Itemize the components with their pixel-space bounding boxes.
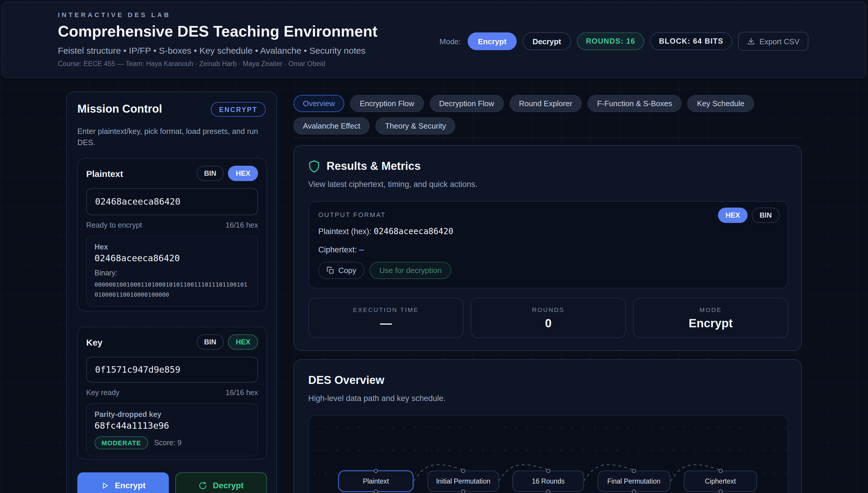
node-port-icon (374, 469, 378, 473)
output-format-card: OUTPUT FORMAT HEX BIN Plaintext (hex): 0… (308, 201, 788, 288)
metric-label: ROUNDS (532, 306, 565, 313)
plaintext-hex-toggle[interactable]: HEX (228, 166, 258, 181)
plaintext-label: Plaintext (86, 168, 123, 178)
mode-label: Mode: (440, 37, 461, 46)
mode-encrypt-button[interactable]: Encrypt (468, 33, 517, 50)
node-port-icon (461, 490, 465, 493)
des-overview-title: DES Overview (308, 374, 384, 387)
metric-mode: MODE Encrypt (633, 298, 788, 338)
plaintext-bin-toggle[interactable]: BIN (196, 166, 224, 181)
key-score: Score: 9 (154, 439, 182, 447)
tabs-divider (294, 137, 802, 138)
metric-label: MODE (700, 306, 722, 313)
tab-encryption-flow[interactable]: Encryption Flow (350, 95, 424, 112)
key-card-header: Key BIN HEX (86, 335, 258, 350)
course-credits: Course: EECE 455 — Team: Haya Karanouh ·… (58, 60, 378, 67)
page-title: Comprehensive DES Teaching Environment (58, 22, 378, 41)
key-card: Key BIN HEX 0f1571c947d9e859 Key ready 1… (77, 327, 267, 459)
plaintext-status-row: Ready to encrypt 16/16 hex (86, 221, 258, 229)
output-ciphertext-row: Ciphertext: — (318, 245, 364, 254)
des-flow-canvas[interactable]: Plaintext Initial Permutation 16 Rounds … (308, 415, 788, 493)
flow-node-final-permutation[interactable]: Final Permutation (598, 471, 670, 492)
key-format-toggle: BIN HEX (196, 335, 258, 350)
key-hex-toggle[interactable]: HEX (228, 335, 258, 350)
metric-value: — (380, 316, 392, 330)
key-strength-row: MODERATE Score: 9 (95, 436, 250, 449)
tab-key-schedule[interactable]: Key Schedule (688, 95, 754, 112)
plaintext-input[interactable]: 02468aceeca86420 (86, 188, 258, 215)
flow-node-initial-permutation[interactable]: Initial Permutation (427, 471, 499, 492)
metric-execution-time: EXECUTION TIME — (308, 298, 464, 338)
output-plaintext-label: Plaintext (hex): (318, 227, 371, 236)
results-metrics-panel: Results & Metrics View latest ciphertext… (294, 145, 802, 351)
key-input[interactable]: 0f1571c947d9e859 (86, 357, 258, 383)
mission-mode-badge: ENCRYPT (211, 102, 266, 117)
metric-value: 0 (545, 316, 551, 330)
rounds-badge: ROUNDS: 16 (577, 33, 644, 50)
mode-decrypt-button[interactable]: Decrypt (523, 33, 571, 50)
node-port-icon (546, 469, 550, 473)
tab-overview[interactable]: Overview (294, 95, 344, 112)
metric-value: Encrypt (689, 316, 733, 330)
plaintext-card: Plaintext BIN HEX 02468aceeca86420 Ready… (77, 158, 267, 312)
flow-node-ciphertext[interactable]: Ciphertext (684, 471, 757, 492)
decrypt-button[interactable]: Decrypt (175, 472, 267, 493)
node-port-icon (374, 490, 378, 493)
key-status-row: Key ready 16/16 hex (86, 389, 258, 397)
plaintext-status: Ready to encrypt (86, 221, 142, 229)
plaintext-card-header: Plaintext BIN HEX (86, 166, 258, 181)
node-port-icon (632, 490, 636, 493)
encrypt-button[interactable]: Encrypt (77, 472, 169, 493)
use-for-decryption-button[interactable]: Use for decryption (370, 262, 451, 279)
tab-round-explorer[interactable]: Round Explorer (509, 95, 582, 112)
plaintext-details-card: Hex 02468aceeca86420 Binary: 00000010010… (86, 236, 258, 307)
mission-control-title: Mission Control (77, 103, 162, 115)
flow-node-label: Plaintext (363, 478, 389, 485)
flow-node-label: Final Permutation (607, 478, 661, 485)
parity-dropped-key-value: 68fc44a1113e96 (95, 421, 250, 431)
export-csv-button[interactable]: Export CSV (738, 32, 808, 51)
flow-node-16-rounds[interactable]: 16 Rounds (512, 471, 584, 492)
parity-dropped-key-label: Parity-dropped key (95, 410, 250, 419)
tab-theory-security[interactable]: Theory & Security (376, 117, 456, 134)
results-title: Results & Metrics (326, 160, 421, 173)
export-csv-label: Export CSV (759, 37, 800, 46)
mission-control-description: Enter plaintext/key, pick format, load p… (77, 126, 267, 148)
results-header: Results & Metrics (308, 160, 421, 173)
app-eyebrow: INTERACTIVE DES LAB (58, 11, 378, 18)
app-root: INTERACTIVE DES LAB Comprehensive DES Te… (0, 0, 868, 493)
copy-button[interactable]: Copy (318, 262, 365, 279)
flow-node-label: Ciphertext (705, 478, 736, 485)
output-actions: Copy Use for decryption (318, 262, 451, 279)
tab-avalanche-effect[interactable]: Avalanche Effect (294, 117, 370, 134)
output-plaintext-row: Plaintext (hex): 02468aceeca86420 (318, 227, 453, 236)
tab-f-function-s-boxes[interactable]: F-Function & S-Boxes (587, 95, 681, 112)
node-port-icon (546, 490, 550, 493)
mission-control-panel: Mission Control ENCRYPT Enter plaintext/… (66, 91, 277, 493)
copy-button-label: Copy (338, 266, 356, 275)
node-port-icon (461, 469, 465, 473)
output-hex-toggle[interactable]: HEX (718, 208, 748, 223)
key-details-card: Parity-dropped key 68fc44a1113e96 MODERA… (86, 403, 258, 456)
header-controls: Mode: Encrypt Decrypt ROUNDS: 16 BLOCK: … (440, 32, 808, 51)
output-plaintext-value: 02468aceeca86420 (374, 227, 453, 236)
plaintext-hex-value: 02468aceeca86420 (95, 253, 250, 264)
flow-node-label: Initial Permutation (436, 478, 490, 485)
des-overview-panel: DES Overview High-level data path and ke… (294, 359, 802, 493)
block-badge: BLOCK: 64 BITS (650, 33, 732, 50)
node-port-icon (718, 469, 723, 473)
play-icon (101, 481, 109, 490)
results-subtitle: View latest ciphertext, timing, and quic… (308, 180, 478, 189)
plaintext-hex-label: Hex (95, 243, 250, 251)
key-counter: 16/16 hex (226, 389, 258, 397)
flow-node-label: 16 Rounds (532, 478, 565, 485)
output-format-label: OUTPUT FORMAT (318, 211, 386, 218)
flow-node-plaintext[interactable]: Plaintext (338, 471, 413, 492)
encrypt-button-label: Encrypt (115, 480, 145, 490)
des-overview-subtitle: High-level data path and key schedule. (308, 394, 445, 403)
tab-decryption-flow[interactable]: Decryption Flow (429, 95, 503, 112)
plaintext-binary-value: 0000001001000110100010101100111011101100… (95, 280, 250, 300)
output-bin-toggle[interactable]: BIN (752, 208, 780, 223)
key-bin-toggle[interactable]: BIN (196, 335, 224, 350)
main-tabs: Overview Encryption Flow Decryption Flow… (294, 95, 802, 134)
